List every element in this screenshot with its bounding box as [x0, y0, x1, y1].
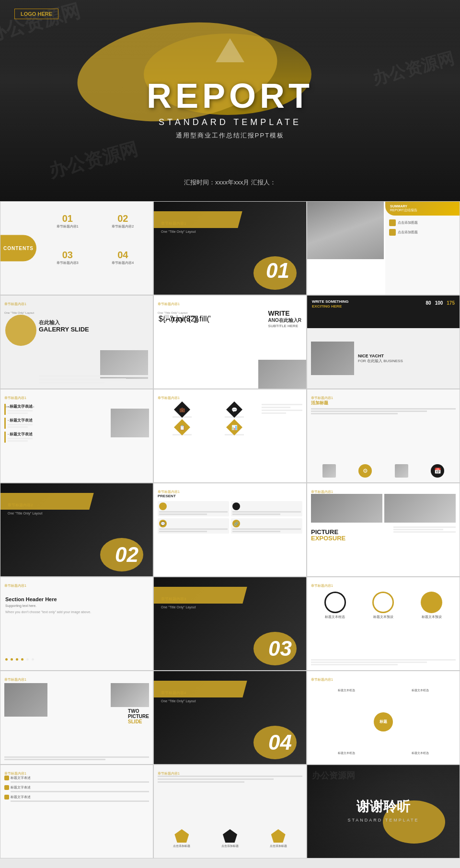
sh-chapter: 章节标题内容1: [4, 584, 26, 587]
slide-20: 章节标题内容1 点击添加标题 点击添加标题 点击添加标题: [153, 765, 307, 858]
s9-text: 活加标题: [311, 400, 456, 414]
pg4-icon: 🔗: [232, 520, 240, 527]
s18-tag: 章节标题内容1: [311, 674, 333, 683]
summary-label2: REPORT总结报告: [390, 208, 455, 213]
s8-text: [262, 404, 302, 414]
contents-item-3: 03 章节标题内容3: [41, 250, 94, 285]
gallery-tag: 章节标题内容1 One "Title Only" Layout: [4, 298, 34, 316]
d6: [32, 658, 34, 661]
hub-item3: 标题文本框选: [338, 751, 355, 755]
pg1: [158, 501, 229, 516]
contents-items: 01 章节标题内容1 02 章节标题内容2 03 章节标题内容3 04 章节标题…: [41, 211, 149, 285]
slide-ch01: 01 章节标题内容1 One "Title Only" Layout: [153, 201, 307, 295]
pg1-icon: [159, 503, 167, 510]
s19-i1l: [11, 781, 149, 783]
s9-l3: [311, 413, 398, 414]
gl1: [39, 375, 148, 377]
summary-label1: SUMMARY: [390, 205, 455, 208]
slide-thanks: 谢谢聆听 STANDARD TEMPLATE 办公资源网: [307, 765, 460, 858]
wt1: WRITE: [268, 310, 301, 317]
write-photo: [258, 360, 306, 388]
s7-l2a: [8, 424, 33, 425]
s19-i3l: [11, 800, 149, 802]
s19-i3-label: 标题文字表述: [11, 795, 31, 799]
slide-contents: CONTENTS 01 章节标题内容1 02 章节标题内容2 03 章节标题内容…: [0, 201, 153, 295]
hub-item2: 标题文本框选: [412, 688, 429, 693]
ci4-num: 04: [97, 250, 150, 261]
s19-items: 标题文字表述 标题文字表述 标题文字表述: [4, 776, 149, 802]
s8-t1: [262, 404, 302, 405]
sh-support: Supporting text here.: [5, 604, 149, 607]
gallery-sub: One "Title Only" Layout: [4, 311, 34, 314]
sh-title: Section Header Here: [5, 596, 149, 602]
s7-l2b: [8, 426, 28, 428]
sc2: 标题文本预设: [372, 592, 394, 619]
pic-photos: [311, 494, 456, 523]
s8-d2: 💬: [226, 401, 242, 418]
sp1-label: 点击添加标题: [173, 844, 190, 848]
ys1v: 80: [426, 300, 431, 306]
contents-item-4: 04 章节标题内容4: [97, 250, 150, 285]
s9-i4: 📅: [431, 464, 444, 478]
write-text: WRITE ANO在此输入R SUBTITLE HERE: [268, 310, 301, 328]
tp-tag: 章节标题内容1: [4, 674, 26, 683]
s7-bar1: [4, 404, 6, 415]
s8-d1: 💼: [174, 401, 190, 418]
s20-l2: [158, 778, 274, 780]
s7-content2: · 标题文字表述: [8, 418, 33, 429]
si2-icon: [389, 229, 396, 236]
sc3: 标题文本预设: [421, 592, 442, 619]
s8-t4: [262, 412, 286, 414]
s7-l3a: [8, 438, 33, 439]
thanks-title: 谢谢聆听: [347, 798, 419, 816]
slide-yacht: WRITE SOMETHING EXCITING HERE 80 100 175…: [307, 295, 460, 389]
s19-i1-label: 标题文字表述: [11, 776, 31, 780]
s19-chapter: 章节标题内容1: [4, 772, 26, 775]
ci3-label: 章节标题内容3: [41, 261, 94, 265]
s9-icon1: [322, 464, 336, 478]
ch02-tag: 章节标题内容2: [8, 503, 42, 508]
tp-photo1: [4, 683, 47, 717]
s19-i1h: 标题文字表述: [4, 776, 149, 780]
d4: [21, 658, 23, 661]
summary-item1: 点击添加图题: [389, 219, 456, 226]
s20-l1: [158, 776, 302, 777]
s20-text: [158, 776, 302, 783]
yacht-bottom: NICE YACHT FOR 在此输入 BUSINESS: [307, 328, 460, 388]
tp-text: TWO PICTURE SLIDE: [128, 708, 149, 724]
s20-l3: [158, 781, 244, 783]
tp-t2: PICTURE: [128, 714, 149, 719]
ch04-sub: One "Title Only" Layout: [161, 699, 196, 703]
yacht-t2: FOR 在此输入 BUSINESS: [358, 358, 403, 364]
ci2-num: 02: [97, 213, 150, 224]
sh-dots: [5, 658, 35, 661]
cover-title: REPORT: [147, 76, 313, 115]
logo-box: LOGO HERE: [14, 9, 58, 19]
s7-content3: · 标题文字表述: [8, 432, 33, 443]
gallery-chapter: 章节标题内容1: [4, 302, 26, 306]
sh-tag: 章节标题内容1: [4, 580, 26, 589]
si2-text: 点击添加图题: [398, 230, 418, 235]
ys3: 175: [447, 300, 455, 306]
s9-title: 活加标题: [311, 400, 456, 406]
s7-l1a: [8, 410, 33, 411]
pg2-icon: [232, 503, 240, 510]
s7-photo: [111, 409, 149, 437]
sp2-shape: [223, 829, 237, 843]
present-grid: 💬 🔗: [158, 501, 302, 534]
present-title: PRESENT: [158, 494, 302, 498]
pb3: [393, 531, 456, 533]
s18-chapter: 章节标题内容1: [311, 678, 333, 681]
s19-i3-icon: [4, 795, 9, 799]
ch01-num: 01: [266, 259, 289, 283]
sh-content: Section Header Here Supporting text here…: [5, 596, 149, 614]
sp2: 点击添加标题: [221, 829, 239, 848]
pg1-l1: [159, 511, 228, 513]
slide-7: 章节标题内容1 One "Title Only" Layout · 标题文字表述: [0, 389, 153, 483]
sc3-label: 标题文本预设: [421, 615, 442, 619]
slide-present: 章节标题内容1 PRESENT �: [153, 483, 307, 577]
gl3: [39, 382, 104, 384]
summary-items: 点击添加图题 点击添加图题: [385, 219, 460, 236]
s15-tag: 章节标题内容1: [311, 580, 333, 589]
s15b3: [311, 664, 398, 665]
